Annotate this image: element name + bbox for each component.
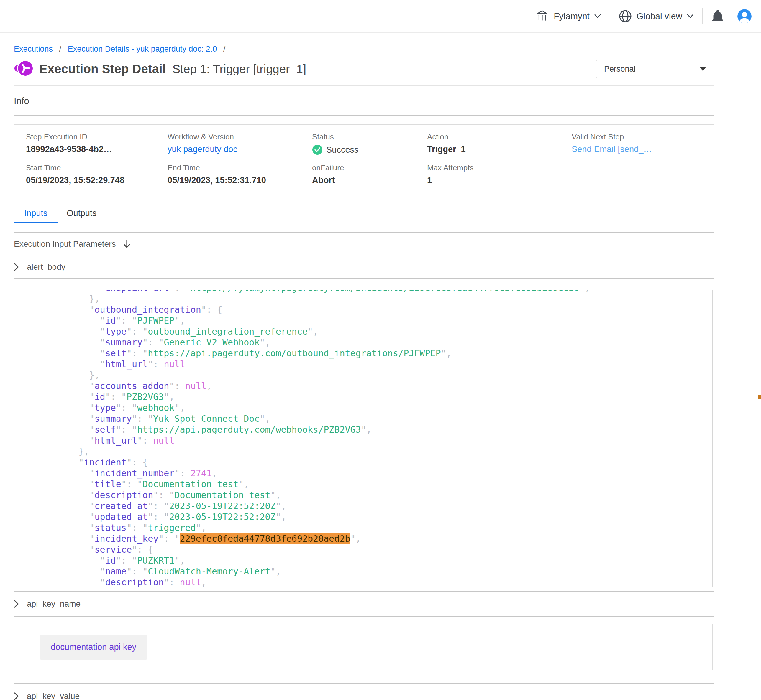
field-valid-next-step: Valid Next Step Send Email [send_…: [572, 132, 702, 155]
org-switcher[interactable]: Fylamynt: [536, 9, 601, 23]
param-name: api_key_value: [27, 691, 80, 700]
breadcrumb: Executions / Execution Details - yuk pag…: [14, 44, 714, 54]
field-end-time: End Time 05/19/2023, 15:52:31.710: [168, 163, 312, 185]
divider: [702, 8, 703, 24]
success-check-icon: [312, 144, 323, 155]
param-name: alert_body: [27, 262, 66, 272]
field-value: 05/19/2023, 15:52:31.710: [168, 175, 306, 185]
breadcrumb-separator: /: [59, 44, 62, 53]
scope-select[interactable]: Personal: [596, 60, 714, 78]
arrow-down-icon[interactable]: [123, 239, 131, 249]
view-name: Global view: [637, 11, 682, 21]
field-max-attempts: Max Attempts 1: [427, 163, 572, 185]
tab-bar: Inputs Outputs: [14, 205, 714, 223]
field-value: 18992a43-9538-4b2…: [26, 144, 162, 154]
view-switcher[interactable]: Global view: [619, 10, 694, 23]
chevron-down-icon: [594, 14, 601, 18]
field-start-time: Start Time 05/19/2023, 15:52:29.748: [26, 163, 168, 185]
field-value: 1: [427, 175, 566, 185]
json-viewer[interactable]: "endpoint_url": "https://fylamynt.pagerd…: [28, 290, 712, 588]
chevron-right-icon: [14, 262, 19, 272]
section-label: Execution Input Parameters: [14, 239, 116, 249]
page-subtitle: Step 1: Trigger [trigger_1]: [172, 62, 306, 76]
field-label: Workflow & Version: [168, 132, 306, 141]
chevron-right-icon: [14, 692, 19, 700]
org-name: Fylamynt: [554, 11, 590, 21]
globe-icon: [619, 10, 632, 23]
field-value: 05/19/2023, 15:52:29.748: [26, 175, 162, 185]
field-workflow-version: Workflow & Version yuk pagerduty doc: [168, 132, 312, 155]
field-label: Valid Next Step: [572, 132, 696, 141]
status-badge: Success: [326, 145, 359, 155]
api-key-name-value-box: documentation api key: [28, 624, 712, 670]
field-label: End Time: [168, 163, 306, 172]
workflow-logo-icon: [14, 59, 33, 79]
divider: [610, 8, 610, 24]
tab-outputs[interactable]: Outputs: [58, 205, 106, 223]
top-bar: Fylamynt Global view: [0, 0, 761, 33]
info-heading: Info: [14, 96, 714, 106]
json-code: "endpoint_url": "https://fylamynt.pagerd…: [47, 290, 712, 588]
tab-inputs[interactable]: Inputs: [14, 205, 58, 223]
breadcrumb-executions[interactable]: Executions: [14, 44, 53, 53]
field-onfailure: onFailure Abort: [312, 163, 427, 185]
param-row-alert-body[interactable]: alert_body: [14, 256, 714, 278]
breadcrumb-separator: /: [223, 44, 225, 53]
user-avatar[interactable]: [737, 9, 752, 24]
divider: [14, 115, 714, 116]
api-key-chip[interactable]: documentation api key: [40, 634, 147, 659]
breadcrumb-execution-details[interactable]: Execution Details - yuk pagerduty doc: 2…: [68, 44, 217, 53]
chevron-down-icon: [687, 14, 694, 18]
param-name: api_key_name: [27, 599, 80, 609]
divider: [14, 616, 714, 617]
page-title: Execution Step Detail: [39, 62, 166, 76]
info-card: Step Execution ID 18992a43-9538-4b2… Wor…: [14, 124, 714, 194]
execution-input-parameters-header: Execution Input Parameters: [14, 233, 714, 256]
workflow-link[interactable]: yuk pagerduty doc: [168, 144, 306, 154]
field-value: Trigger_1: [427, 144, 566, 154]
field-label: Max Attempts: [427, 163, 566, 172]
field-label: Action: [427, 132, 566, 141]
title-row: Execution Step Detail Step 1: Trigger [t…: [14, 59, 714, 78]
scrollbar-search-marker[interactable]: [758, 395, 761, 399]
field-action: Action Trigger_1: [427, 132, 572, 155]
chevron-right-icon: [14, 600, 19, 608]
caret-down-icon: [700, 67, 706, 71]
field-label: onFailure: [312, 163, 421, 172]
field-status: Status Success: [312, 132, 427, 155]
bank-icon: [536, 9, 549, 23]
param-row-api-key-value[interactable]: api_key_value: [14, 684, 714, 700]
next-step-link[interactable]: Send Email [send_…: [572, 144, 696, 154]
scope-selected-value: Personal: [604, 64, 636, 74]
field-value: Abort: [312, 175, 421, 185]
field-label: Status: [312, 132, 421, 141]
field-label: Step Execution ID: [26, 132, 162, 141]
divider: [14, 278, 714, 278]
main-content: Executions / Execution Details - yuk pag…: [14, 44, 714, 700]
field-step-execution-id: Step Execution ID 18992a43-9538-4b2…: [26, 132, 168, 155]
param-row-api-key-name[interactable]: api_key_name: [14, 592, 714, 616]
notification-bell-icon[interactable]: [711, 9, 724, 23]
field-label: Start Time: [26, 163, 162, 172]
